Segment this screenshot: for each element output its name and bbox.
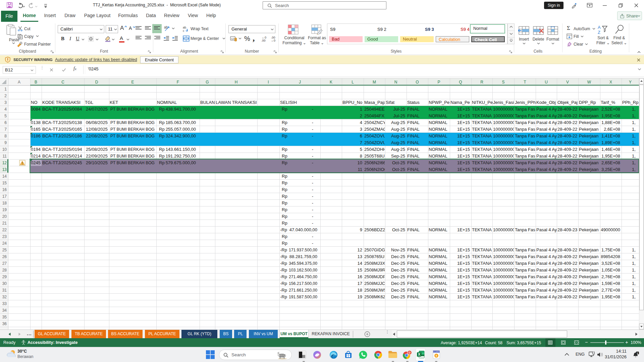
svg-text:Tanpa Fas: Tanpa Fas — [515, 281, 535, 286]
svg-text:171.937.500,00: 171.937.500,00 — [289, 247, 317, 252]
svg-text:FINAL: FINAL — [407, 120, 420, 125]
svg-text:1000000000: 1000000000 — [493, 147, 517, 152]
svg-text:PT BUMI BERKAH BOG: PT BUMI BERKAH BOG — [110, 147, 155, 152]
svg-text:19: 19 — [358, 294, 362, 299]
svg-text:KET: KET — [110, 100, 118, 105]
svg-text:1E+15: 1E+15 — [457, 120, 470, 125]
svg-text:NORMAL: NORMAL — [429, 227, 447, 232]
svg-text:NORMAL: NORMAL — [429, 167, 447, 172]
svg-text:Pasal 4 Ay: Pasal 4 Ay — [536, 294, 557, 299]
svg-text:X: X — [418, 353, 420, 356]
svg-text:Rp: Rp — [159, 120, 165, 125]
svg-text:0245: 0245 — [31, 160, 41, 165]
svg-text:Rp: Rp — [159, 127, 165, 132]
svg-text:PPh_Rp: PPh_Rp — [622, 100, 638, 105]
svg-text:1,: 1, — [632, 254, 636, 259]
svg-text:Objek_Paj: Objek_Paj — [557, 100, 578, 105]
svg-text:Dec-25: Dec-25 — [391, 288, 405, 293]
svg-text:103.162.500,00: 103.162.500,00 — [289, 267, 317, 273]
svg-text:7: 7 — [360, 140, 362, 145]
svg-text:NORMAL: NORMAL — [429, 107, 447, 112]
svg-text:Jul-25: Jul-25 — [393, 107, 405, 112]
svg-text:1E+15: 1E+15 — [457, 107, 470, 112]
svg-text:1,: 1, — [632, 288, 636, 293]
svg-text:NORMAL: NORMAL — [429, 127, 447, 132]
svg-text:Tanpa Fas: Tanpa Fas — [515, 261, 535, 266]
svg-text:Tanpa Fas: Tanpa Fas — [515, 113, 535, 118]
svg-text:Jenis_PPh: Jenis_PPh — [515, 100, 536, 105]
svg-text:2506BDZ25: 2506BDZ25 — [364, 227, 387, 232]
svg-text:1E+15: 1E+15 — [457, 267, 470, 273]
svg-text:PT BUMI BERKAH BOG: PT BUMI BERKAH BOG — [110, 107, 155, 112]
svg-text:-: - — [312, 200, 313, 205]
svg-text:A: A — [598, 25, 601, 30]
svg-text:1000000000: 1000000000 — [493, 167, 517, 172]
svg-text:0138: 0138 — [31, 120, 41, 125]
svg-text:Pasal 4 Ay: Pasal 4 Ay — [536, 227, 557, 232]
svg-text:D: D — [95, 80, 98, 84]
svg-text:Dec-25: Dec-25 — [391, 267, 405, 273]
svg-text:1E+15: 1E+15 — [457, 154, 470, 159]
svg-text:-: - — [312, 187, 313, 192]
svg-text:1,: 1, — [632, 294, 636, 299]
svg-text:17: 17 — [358, 281, 362, 286]
svg-text:BPPU_No: BPPU_No — [342, 100, 362, 105]
svg-text:Dec-25: Dec-25 — [391, 281, 405, 286]
svg-text:Pasal 4 Ay: Pasal 4 Ay — [536, 267, 557, 273]
svg-text:2506N2IO6: 2506N2IO6 — [364, 167, 387, 172]
svg-text:BCA-TTJ/2025/0245: BCA-TTJ/2025/0245 — [42, 160, 82, 165]
svg-text:156.217.500,00: 156.217.500,00 — [289, 281, 317, 286]
svg-text:NORMAL: NORMAL — [429, 113, 447, 118]
svg-text:20: 20 — [2, 214, 7, 219]
svg-text:25: 25 — [2, 248, 7, 252]
svg-text:2508MJJC9: 2508MJJC9 — [364, 281, 387, 286]
svg-text:NOMINAL: NOMINAL — [157, 100, 177, 105]
svg-text:1,: 1, — [632, 140, 636, 145]
svg-text:Y: Y — [629, 80, 632, 84]
svg-text:G: G — [206, 80, 209, 84]
svg-text:ACCURATE: ACCURATE — [432, 351, 440, 353]
svg-text:Masa_Paja: Masa_Paja — [364, 100, 386, 105]
svg-text:Sifat: Sifat — [386, 100, 394, 105]
svg-text:Pasal 4 Ay: Pasal 4 Ay — [536, 133, 557, 138]
svg-text:U: U — [545, 80, 548, 84]
svg-text:R: R — [480, 80, 483, 84]
svg-text:NPWP_Pe: NPWP_Pe — [429, 100, 449, 105]
svg-text:FINAL: FINAL — [407, 254, 420, 259]
svg-text:9: 9 — [360, 227, 362, 232]
svg-text:28-409-22: 28-409-22 — [557, 113, 577, 118]
svg-text:15: 15 — [358, 267, 362, 273]
svg-text:4: 4 — [360, 120, 362, 125]
svg-text:250494FXX: 250494FXX — [364, 113, 387, 118]
svg-text:-: - — [312, 107, 313, 112]
svg-text:191.292.750,00: 191.292.750,00 — [166, 154, 196, 159]
svg-text:T: T — [524, 80, 526, 84]
svg-text:3,52E+08: 3,52E+08 — [601, 261, 620, 266]
svg-text:1,: 1, — [632, 261, 636, 266]
svg-text:Oct-25: Oct-25 — [392, 227, 405, 232]
svg-text:1,75E+08: 1,75E+08 — [601, 247, 620, 252]
svg-text:Rp: Rp — [282, 147, 287, 152]
svg-text:Pekerjaan: Pekerjaan — [579, 167, 599, 172]
svg-text:18: 18 — [358, 288, 362, 293]
svg-text:V: V — [566, 80, 569, 84]
svg-text:1000000000: 1000000000 — [493, 247, 517, 252]
svg-text:FINAL: FINAL — [407, 294, 420, 299]
svg-text:1,: 1, — [632, 147, 636, 152]
svg-text:Rp: Rp — [159, 107, 165, 112]
svg-text:Rp: Rp — [282, 200, 287, 205]
svg-text:FINAL: FINAL — [407, 281, 420, 286]
svg-text:Z: Z — [598, 30, 600, 35]
svg-text:I: I — [268, 80, 269, 84]
svg-text:1,46E+08: 1,46E+08 — [601, 147, 620, 152]
svg-text:C: C — [61, 80, 64, 84]
svg-text:Aug-25: Aug-25 — [391, 140, 405, 145]
svg-text:1,: 1, — [632, 274, 636, 279]
svg-text:-: - — [312, 207, 313, 212]
svg-text:FINAL: FINAL — [407, 147, 420, 152]
svg-text:Tanpa Fas: Tanpa Fas — [515, 140, 535, 145]
svg-text:FINAL: FINAL — [407, 267, 420, 273]
svg-text:88.281.759,00: 88.281.759,00 — [289, 254, 317, 259]
svg-text:1E+15: 1E+15 — [457, 113, 470, 118]
svg-text:-Rp: -Rp — [280, 247, 287, 252]
